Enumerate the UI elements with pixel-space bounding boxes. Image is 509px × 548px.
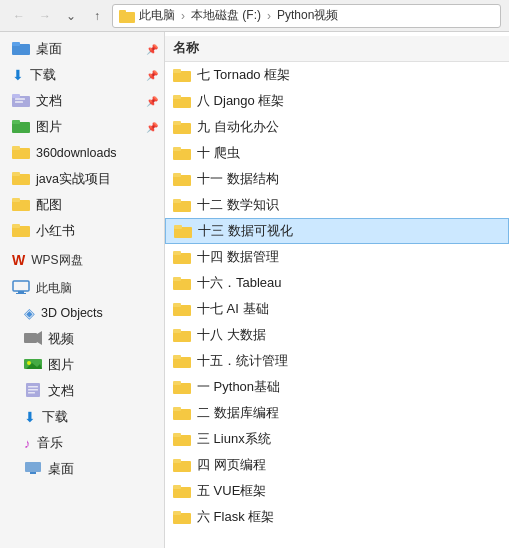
svg-rect-19 bbox=[18, 291, 24, 293]
svg-marker-22 bbox=[37, 331, 42, 345]
toolbar: ← → ⌄ ↑ 此电脑 › 本地磁盘 (F:) › Python视频 bbox=[0, 0, 509, 32]
sidebar-item-doc[interactable]: 文档 bbox=[0, 378, 164, 404]
svg-rect-67 bbox=[173, 511, 181, 515]
dropdown-button[interactable]: ⌄ bbox=[60, 5, 82, 27]
file-item[interactable]: 八 Django 框架 bbox=[165, 88, 509, 114]
yellow-folder-icon-360 bbox=[12, 145, 30, 162]
svg-rect-9 bbox=[12, 120, 20, 124]
address-bar[interactable]: 此电脑 › 本地磁盘 (F:) › Python视频 bbox=[112, 4, 501, 28]
sidebar-item-xiaohongshu[interactable]: 小红书 bbox=[0, 218, 164, 244]
pin-icon3: 📌 bbox=[146, 96, 158, 107]
svg-rect-28 bbox=[28, 389, 38, 391]
file-item[interactable]: 十六．Tableau bbox=[165, 270, 509, 296]
folder-icon bbox=[173, 67, 191, 83]
folder-icon bbox=[174, 223, 192, 239]
file-item[interactable]: 十 爬虫 bbox=[165, 140, 509, 166]
file-item[interactable]: 四 网页编程 bbox=[165, 452, 509, 478]
breadcrumb-pc[interactable]: 此电脑 bbox=[139, 7, 175, 24]
svg-point-24 bbox=[27, 361, 31, 365]
sidebar-item-img[interactable]: 图片 bbox=[0, 352, 164, 378]
sidebar-item-3d[interactable]: ◈ 3D Objects bbox=[0, 300, 164, 326]
folder-icon bbox=[173, 171, 191, 187]
file-item[interactable]: 十五．统计管理 bbox=[165, 348, 509, 374]
file-item[interactable]: 七 Tornado 框架 bbox=[165, 62, 509, 88]
file-item[interactable]: 三 Liunx系统 bbox=[165, 426, 509, 452]
file-item[interactable]: 九 自动化办公 bbox=[165, 114, 509, 140]
img-icon bbox=[24, 357, 42, 374]
svg-rect-31 bbox=[30, 472, 36, 474]
img-folder-icon bbox=[12, 119, 30, 136]
folder-icon bbox=[173, 275, 191, 291]
file-item-label: 三 Liunx系统 bbox=[197, 430, 271, 448]
svg-rect-5 bbox=[12, 94, 20, 98]
svg-rect-17 bbox=[12, 224, 20, 228]
file-item[interactable]: 一 Python基础 bbox=[165, 374, 509, 400]
svg-rect-53 bbox=[173, 329, 181, 333]
svg-rect-57 bbox=[173, 381, 181, 385]
desktop-icon bbox=[24, 461, 42, 478]
sidebar-item-pictures[interactable]: 图片 📌 bbox=[0, 114, 164, 140]
sidebar-item-video[interactable]: 视频 bbox=[0, 326, 164, 352]
breadcrumb-disk[interactable]: 本地磁盘 (F:) bbox=[191, 7, 261, 24]
file-item-label: 十八 大数据 bbox=[197, 326, 266, 344]
sidebar-item-java[interactable]: java实战项目 bbox=[0, 166, 164, 192]
svg-rect-45 bbox=[174, 225, 182, 229]
file-item-label: 九 自动化办公 bbox=[197, 118, 279, 136]
sidebar-wps[interactable]: W WPS网盘 bbox=[0, 248, 164, 272]
svg-rect-29 bbox=[28, 392, 35, 394]
svg-rect-55 bbox=[173, 355, 181, 359]
svg-rect-39 bbox=[173, 147, 181, 151]
file-item[interactable]: 十一 数据结构 bbox=[165, 166, 509, 192]
sidebar-item-download[interactable]: ⬇ 下载 📌 bbox=[0, 62, 164, 88]
sidebar-item-360[interactable]: 360downloads bbox=[0, 140, 164, 166]
sidebar-item-desktop[interactable]: 桌面 📌 bbox=[0, 36, 164, 62]
svg-rect-43 bbox=[173, 199, 181, 203]
svg-rect-27 bbox=[28, 386, 38, 388]
svg-rect-3 bbox=[12, 42, 20, 46]
file-item[interactable]: 六 Flask 框架 bbox=[165, 504, 509, 530]
file-item[interactable]: 五 VUE框架 bbox=[165, 478, 509, 504]
svg-rect-18 bbox=[13, 281, 29, 291]
sidebar-item-desktop2[interactable]: 桌面 bbox=[0, 456, 164, 482]
svg-rect-59 bbox=[173, 407, 181, 411]
folder-icon bbox=[173, 353, 191, 369]
file-item-label: 四 网页编程 bbox=[197, 456, 266, 474]
sidebar-item-music[interactable]: ♪ 音乐 bbox=[0, 430, 164, 456]
file-item-label: 一 Python基础 bbox=[197, 378, 280, 396]
file-list: 名称 七 Tornado 框架 八 Django 框架 九 自动化办公 十 爬虫 bbox=[165, 32, 509, 548]
breadcrumb-current[interactable]: Python视频 bbox=[277, 7, 338, 24]
sidebar-this-pc[interactable]: 此电脑 bbox=[0, 276, 164, 300]
file-item[interactable]: 二 数据库编程 bbox=[165, 400, 509, 426]
main-container: 桌面 📌 ⬇ 下载 📌 文档 📌 bbox=[0, 32, 509, 548]
column-header: 名称 bbox=[165, 36, 509, 62]
forward-button[interactable]: → bbox=[34, 5, 56, 27]
file-item-label: 八 Django 框架 bbox=[197, 92, 284, 110]
this-pc-label: 此电脑 bbox=[36, 280, 72, 297]
svg-rect-7 bbox=[15, 101, 23, 103]
svg-rect-35 bbox=[173, 95, 181, 99]
svg-rect-65 bbox=[173, 485, 181, 489]
3d-icon: ◈ bbox=[24, 305, 35, 321]
pin-icon2: 📌 bbox=[146, 70, 158, 81]
wps-icon: W bbox=[12, 252, 25, 268]
up-button[interactable]: ↑ bbox=[86, 5, 108, 27]
file-item[interactable]: 十八 大数据 bbox=[165, 322, 509, 348]
folder-icon bbox=[173, 119, 191, 135]
sidebar-item-dl[interactable]: ⬇ 下载 bbox=[0, 404, 164, 430]
file-item[interactable]: 十七 AI 基础 bbox=[165, 296, 509, 322]
sidebar-item-docs[interactable]: 文档 📌 bbox=[0, 88, 164, 114]
file-item[interactable]: 十二 数学知识 bbox=[165, 192, 509, 218]
file-item[interactable]: 十四 数据管理 bbox=[165, 244, 509, 270]
svg-rect-47 bbox=[173, 251, 181, 255]
folder-icon bbox=[173, 483, 191, 499]
sidebar-item-peitu[interactable]: 配图 bbox=[0, 192, 164, 218]
file-item-label: 十二 数学知识 bbox=[197, 196, 279, 214]
file-item-label: 十六．Tableau bbox=[197, 274, 282, 292]
svg-rect-30 bbox=[25, 462, 41, 472]
folder-icon bbox=[173, 457, 191, 473]
back-button[interactable]: ← bbox=[8, 5, 30, 27]
svg-rect-13 bbox=[12, 172, 20, 176]
dl-icon: ⬇ bbox=[24, 409, 36, 425]
file-item[interactable]: 十三 数据可视化 bbox=[165, 218, 509, 244]
folder-icon bbox=[173, 509, 191, 525]
